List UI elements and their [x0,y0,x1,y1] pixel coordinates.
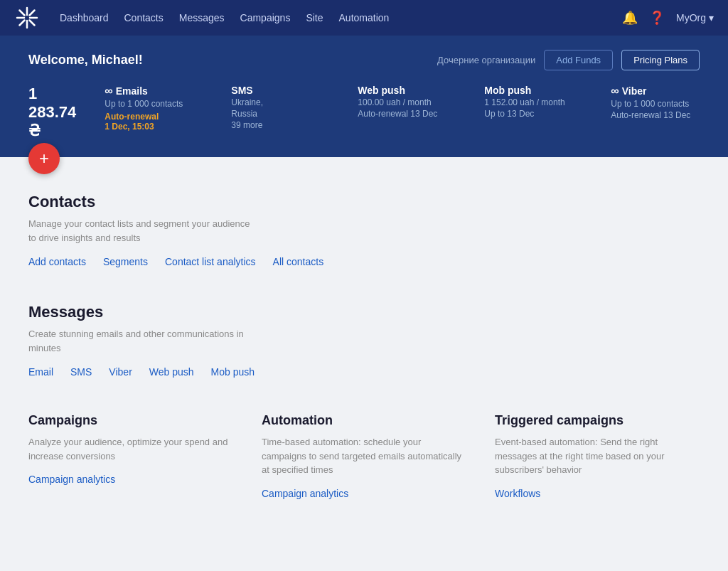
webpush-stat: Web push 100.00 uah / month Auto-renewal… [358,85,450,119]
sms-title: SMS [231,85,323,96]
viber-title: ∞ Viber [611,85,703,97]
subsidiary-label: Дочерние организации [437,55,535,65]
contacts-links: Add contacts Segments Contact list analy… [28,256,700,267]
mobpush-sub1: 1 152.00 uah / month [484,97,577,107]
nav-right: 🔔 ❓ MyOrg ▾ [622,10,714,26]
triggered-column: Triggered campaigns Event-based automati… [495,413,700,500]
stats-row: 1 283.74 ₴ ∞ Emails Up to 1 000 contacts… [28,85,700,140]
main-content: Contacts Manage your contact lists and s… [0,157,728,564]
contacts-section: Contacts Manage your contact lists and s… [28,193,700,267]
messages-section: Messages Create stunning emails and othe… [28,303,700,378]
svg-line-6 [30,11,35,16]
add-funds-button[interactable]: Add Funds [544,50,613,70]
webpush-title: Web push [358,85,450,96]
viber-link[interactable]: Viber [109,366,132,378]
svg-line-5 [30,21,35,26]
triggered-col-title: Triggered campaigns [495,413,700,428]
campaigns-analytics-link[interactable]: Campaign analytics [28,474,115,485]
welcome-text: Welcome, Michael! [28,53,143,68]
help-icon[interactable]: ❓ [649,10,665,26]
add-contacts-link[interactable]: Add contacts [28,256,86,267]
svg-line-4 [20,11,25,16]
contacts-desc: Manage your contact lists and segment yo… [28,217,256,245]
nav-contacts[interactable]: Contacts [124,12,164,23]
emails-renewal: Auto-renewal [105,112,197,122]
viber-infinity-icon: ∞ [611,85,619,97]
nav-campaigns[interactable]: Campaigns [240,12,291,23]
automation-campaign-analytics-link[interactable]: Campaign analytics [262,488,348,499]
navbar: Dashboard Contacts Messages Campaigns Si… [0,0,728,36]
mobpush-title: Mob push [484,85,577,96]
nav-dashboard[interactable]: Dashboard [60,12,109,23]
campaigns-column: Campaigns Analyze your audience, optimiz… [28,413,233,500]
emails-stat: ∞ Emails Up to 1 000 contacts Auto-renew… [105,85,197,132]
contact-list-analytics-link[interactable]: Contact list analytics [165,256,256,267]
emails-title: ∞ Emails [105,85,197,97]
email-link[interactable]: Email [28,366,53,378]
chevron-down-icon: ▾ [709,12,714,23]
nav-site[interactable]: Site [306,12,323,23]
workflows-link[interactable]: Workflows [495,488,540,499]
webpush-sub: 100.00 uah / month [358,97,450,107]
triggered-col-desc: Event-based automation: Send the right m… [495,435,700,477]
pricing-plans-button[interactable]: Pricing Plans [621,50,700,70]
logo[interactable] [14,5,40,31]
org-selector[interactable]: MyOrg ▾ [676,12,714,23]
header-actions: Дочерние организации Add Funds Pricing P… [437,50,700,70]
nav-links: Dashboard Contacts Messages Campaigns Si… [60,12,602,23]
balance-stat: 1 283.74 ₴ [28,85,76,140]
sms-stat: SMS Ukraine, Russia 39 more [231,85,323,130]
messages-desc: Create stunning emails and other communi… [28,327,256,355]
sms-sub3: 39 more [231,120,323,130]
balance-amount: 1 283.74 ₴ [28,85,76,140]
campaigns-col-desc: Analyze your audience, optimize your spe… [28,435,233,463]
header-panel: Welcome, Michael! Дочерние организации A… [0,36,728,157]
sms-link[interactable]: SMS [70,366,92,378]
campaigns-col-title: Campaigns [28,413,233,428]
mob-push-link[interactable]: Mob push [211,366,255,378]
viber-sub: Up to 1 000 contacts [611,99,703,109]
all-contacts-link[interactable]: All contacts [273,256,324,267]
infinity-icon: ∞ [105,85,112,97]
bottom-columns: Campaigns Analyze your audience, optimiz… [28,413,700,535]
automation-col-title: Automation [262,413,466,428]
mobpush-sub2: Up to 13 Dec [484,109,577,119]
bell-icon[interactable]: 🔔 [622,10,638,26]
emails-sub: Up to 1 000 contacts [105,99,197,109]
messages-title: Messages [28,303,700,321]
messages-links: Email SMS Viber Web push Mob push [28,366,700,378]
create-fab[interactable]: + [28,143,60,174]
nav-automation[interactable]: Automation [339,12,390,23]
viber-stat: ∞ Viber Up to 1 000 contacts Auto-renewa… [611,85,703,120]
automation-column: Automation Time-based automation: schedu… [262,413,466,500]
mobpush-stat: Mob push 1 152.00 uah / month Up to 13 D… [484,85,577,119]
web-push-link[interactable]: Web push [149,366,194,378]
sms-sub1: Ukraine, [231,97,323,107]
header-top: Welcome, Michael! Дочерние организации A… [28,50,700,70]
viber-auto: Auto-renewal 13 Dec [611,110,703,120]
svg-line-7 [20,21,25,26]
automation-col-desc: Time-based automation: schedule your cam… [262,435,466,477]
sms-sub2: Russia [231,109,323,119]
segments-link[interactable]: Segments [103,256,148,267]
contacts-title: Contacts [28,193,700,211]
nav-messages[interactable]: Messages [179,12,225,23]
emails-renewal-date: 1 Dec, 15:03 [105,122,197,132]
org-name: MyOrg [676,12,706,23]
webpush-auto: Auto-renewal 13 Dec [358,109,450,119]
